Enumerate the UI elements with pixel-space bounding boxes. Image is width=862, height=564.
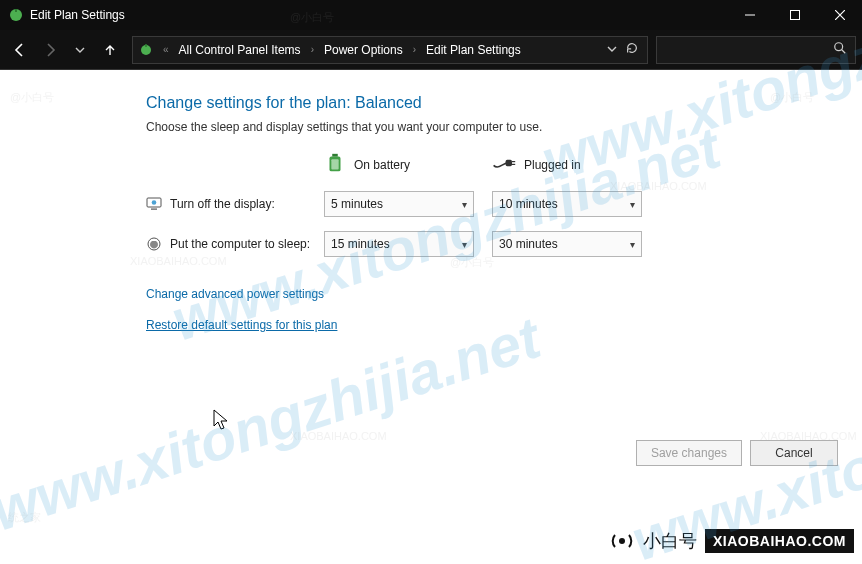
dropdown-icon[interactable]: [607, 43, 617, 57]
advanced-settings-link[interactable]: Change advanced power settings: [146, 287, 324, 301]
app-icon: [8, 7, 24, 23]
svg-rect-5: [145, 44, 147, 47]
sleep-plugged-dropdown[interactable]: 30 minutes ▾: [492, 231, 642, 257]
svg-rect-11: [512, 161, 515, 162]
plug-icon: [492, 154, 516, 175]
svg-rect-9: [331, 159, 338, 169]
close-button[interactable]: [817, 0, 862, 30]
svg-rect-15: [151, 209, 157, 210]
svg-rect-2: [745, 15, 755, 16]
breadcrumb-item[interactable]: Power Options: [320, 41, 407, 59]
search-icon: [833, 41, 847, 58]
maximize-button[interactable]: [772, 0, 817, 30]
search-input[interactable]: [656, 36, 856, 64]
up-button[interactable]: [96, 36, 124, 64]
recent-locations-button[interactable]: [66, 36, 94, 64]
svg-rect-3: [790, 11, 799, 20]
chevron-down-icon: ▾: [462, 239, 467, 250]
minimize-button[interactable]: [727, 0, 772, 30]
svg-point-14: [152, 200, 157, 205]
display-battery-dropdown[interactable]: 5 minutes ▾: [324, 191, 474, 217]
cursor-icon: [212, 408, 232, 432]
chevron-right-icon: ›: [409, 44, 420, 55]
window-title: Edit Plan Settings: [30, 8, 727, 22]
publisher-logo: 小白号 XIAOBAIHAO.COM: [609, 528, 854, 554]
on-battery-label: On battery: [354, 158, 410, 172]
turn-off-display-label: Turn off the display:: [170, 197, 275, 211]
plugged-in-label: Plugged in: [524, 158, 581, 172]
svg-rect-8: [332, 154, 338, 157]
back-button[interactable]: [6, 36, 34, 64]
chevron-right-icon: ›: [307, 44, 318, 55]
broadcast-icon: [609, 528, 635, 554]
refresh-button[interactable]: [625, 41, 639, 58]
breadcrumb-item[interactable]: Edit Plan Settings: [422, 41, 525, 59]
restore-defaults-link[interactable]: Restore default settings for this plan: [146, 318, 337, 332]
page-subtitle: Choose the sleep and display settings th…: [146, 120, 832, 134]
sleep-icon: [146, 236, 162, 252]
breadcrumb-item[interactable]: All Control Panel Items: [175, 41, 305, 59]
chevron-down-icon: ▾: [630, 199, 635, 210]
chevron-left-icon: «: [159, 44, 173, 55]
cancel-button[interactable]: Cancel: [750, 440, 838, 466]
display-plugged-dropdown[interactable]: 10 minutes ▾: [492, 191, 642, 217]
display-icon: [146, 196, 162, 212]
battery-icon: [324, 152, 346, 177]
svg-rect-10: [506, 160, 512, 166]
power-icon: [137, 41, 155, 59]
svg-point-6: [835, 43, 843, 51]
svg-rect-1: [15, 9, 17, 12]
address-bar[interactable]: « All Control Panel Items › Power Option…: [132, 36, 648, 64]
forward-button[interactable]: [36, 36, 64, 64]
svg-point-17: [619, 538, 625, 544]
page-title: Change settings for the plan: Balanced: [146, 94, 832, 112]
chevron-down-icon: ▾: [462, 199, 467, 210]
save-button[interactable]: Save changes: [636, 440, 742, 466]
chevron-down-icon: ▾: [630, 239, 635, 250]
sleep-label: Put the computer to sleep:: [170, 237, 310, 251]
sleep-battery-dropdown[interactable]: 15 minutes ▾: [324, 231, 474, 257]
svg-rect-12: [512, 164, 515, 165]
